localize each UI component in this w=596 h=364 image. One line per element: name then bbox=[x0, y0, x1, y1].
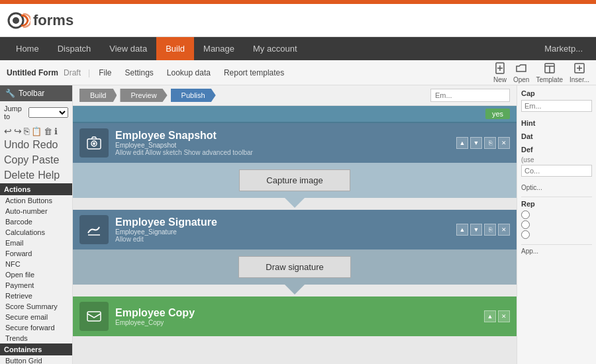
copy-info: Employee Copy Employee_Copy bbox=[115, 307, 477, 326]
sidebar-nfc[interactable]: NFC bbox=[0, 259, 72, 269]
nav-dispatch[interactable]: Dispatch bbox=[48, 37, 101, 60]
nav-bar: Home Dispatch View data Build Manage My … bbox=[0, 37, 596, 60]
jump-to-area: Jump to bbox=[0, 101, 72, 124]
signature-title: Employee Signature bbox=[115, 216, 450, 228]
signature-delete[interactable]: ✕ bbox=[498, 224, 510, 236]
copy-icon bbox=[79, 302, 109, 331]
capture-image-button[interactable]: Capture image bbox=[239, 169, 350, 191]
dataname-section: Dat bbox=[521, 132, 592, 140]
caption-input[interactable] bbox=[521, 100, 592, 112]
actions-section-header: Actions bbox=[0, 183, 72, 195]
open-button[interactable]: Open bbox=[513, 62, 529, 83]
logo-bar: forms bbox=[0, 4, 596, 37]
secondary-icons: New Open Template Inser... bbox=[493, 62, 589, 83]
tab-build[interactable]: Build bbox=[79, 89, 117, 102]
form-canvas: yes Employee Snapshot Empl bbox=[73, 106, 517, 364]
nav-manage[interactable]: Manage bbox=[194, 37, 244, 60]
nav-marketplace[interactable]: Marketp... bbox=[538, 44, 589, 54]
signature-links[interactable]: Allow edit bbox=[115, 236, 450, 243]
snapshot-delete[interactable]: ✕ bbox=[498, 137, 510, 149]
delete-btn[interactable]: 🗑 bbox=[44, 126, 52, 136]
undo-btn[interactable]: ↩ bbox=[4, 126, 12, 136]
logo-text: forms bbox=[33, 12, 74, 29]
snapshot-copy[interactable]: ⎘ bbox=[484, 137, 496, 149]
default-input[interactable] bbox=[521, 165, 592, 177]
sidebar-barcode[interactable]: Barcode bbox=[0, 216, 72, 227]
nav-home[interactable]: Home bbox=[7, 37, 48, 60]
logo: forms bbox=[7, 9, 74, 32]
nav-build[interactable]: Build bbox=[156, 37, 194, 60]
copy-label: Copy bbox=[4, 154, 28, 166]
redo-label: Redo bbox=[32, 139, 58, 151]
yes-indicator-bar: yes bbox=[73, 106, 517, 123]
help-label: Help bbox=[38, 169, 60, 181]
snapshot-body: Capture image bbox=[73, 163, 517, 198]
nav-viewdata[interactable]: View data bbox=[100, 37, 156, 60]
redo-btn[interactable]: ↪ bbox=[14, 126, 22, 136]
copy-up[interactable]: ▲ bbox=[484, 310, 496, 322]
signature-up[interactable]: ▲ bbox=[456, 224, 468, 236]
tab-publish[interactable]: Publish bbox=[171, 89, 216, 102]
secondary-settings[interactable]: Settings bbox=[118, 68, 160, 77]
sidebar-retrieve[interactable]: Retrieve bbox=[0, 291, 72, 301]
main-area: 🔧 Toolbar Jump to ↩ ↪ ⎘ 📋 🗑 ℹ Undo Redo … bbox=[0, 85, 596, 364]
doforms-logo-icon bbox=[7, 9, 30, 32]
secondary-file[interactable]: File bbox=[92, 68, 118, 77]
snapshot-icon bbox=[79, 128, 109, 158]
secondary-lookup[interactable]: Lookup data bbox=[160, 68, 217, 77]
secondary-report[interactable]: Report templates bbox=[217, 68, 291, 77]
signature-subtitle: Employee_Signature bbox=[115, 228, 450, 236]
snapshot-info: Employee Snapshot Employee_Snapshot Allo… bbox=[115, 130, 450, 156]
build-tabs: Build Preview Publish bbox=[73, 85, 517, 106]
signature-copy[interactable]: ⎘ bbox=[484, 224, 496, 236]
snapshot-controls: ▲ ▼ ⎘ ✕ bbox=[456, 137, 510, 149]
form-title: Untitled Form bbox=[7, 68, 58, 77]
sidebar-trends[interactable]: Trends bbox=[0, 333, 72, 343]
signature-info: Employee Signature Employee_Signature Al… bbox=[115, 216, 450, 243]
sidebar-forward[interactable]: Forward bbox=[0, 248, 72, 259]
paste-btn[interactable]: 📋 bbox=[31, 126, 42, 136]
options-section: Optic... bbox=[521, 184, 592, 191]
signature-down[interactable]: ▼ bbox=[470, 224, 482, 236]
sidebar-auto-number[interactable]: Auto-number bbox=[0, 206, 72, 216]
sidebar-secure-forward[interactable]: Secure forward bbox=[0, 322, 72, 333]
apply-label: App... bbox=[521, 248, 592, 255]
report-label: Rep bbox=[521, 200, 592, 208]
new-button[interactable]: New bbox=[493, 62, 507, 83]
copy-delete[interactable]: ✕ bbox=[498, 310, 510, 322]
sidebar-payment[interactable]: Payment bbox=[0, 280, 72, 291]
sidebar-action-buttons[interactable]: Action Buttons bbox=[0, 195, 72, 206]
sidebar-open-file[interactable]: Open file bbox=[0, 269, 72, 280]
snapshot-down[interactable]: ▼ bbox=[470, 137, 482, 149]
snapshot-up[interactable]: ▲ bbox=[456, 137, 468, 149]
snapshot-links[interactable]: Allow edit Allow sketch Show advanced to… bbox=[115, 149, 450, 156]
search-input[interactable] bbox=[430, 89, 510, 102]
yes-badge: yes bbox=[485, 109, 510, 119]
insert-button[interactable]: Inser... bbox=[570, 62, 589, 83]
signature-header: Employee Signature Employee_Signature Al… bbox=[73, 210, 517, 250]
copy-btn[interactable]: ⎘ bbox=[24, 126, 29, 136]
nav-myaccount[interactable]: My account bbox=[244, 37, 306, 60]
copy-title: Employee Copy bbox=[115, 307, 477, 319]
sidebar-score-summary[interactable]: Score Summary bbox=[0, 301, 72, 312]
sidebar-email[interactable]: Email bbox=[0, 238, 72, 248]
template-button[interactable]: Template bbox=[536, 62, 563, 83]
draw-signature-button[interactable]: Draw signature bbox=[238, 256, 350, 278]
svg-point-1 bbox=[13, 17, 19, 24]
snapshot-header: Employee Snapshot Employee_Snapshot Allo… bbox=[73, 123, 517, 163]
help-btn[interactable]: ℹ bbox=[54, 126, 58, 136]
hint-section: Hint bbox=[521, 119, 592, 127]
radio-group bbox=[521, 210, 592, 239]
report-section: Rep bbox=[521, 200, 592, 239]
tab-preview[interactable]: Preview bbox=[120, 89, 167, 102]
sidebar-calculations[interactable]: Calculations bbox=[0, 227, 72, 238]
options-label: Optic... bbox=[521, 184, 592, 191]
radio-option-2[interactable] bbox=[521, 220, 592, 229]
radio-option-1[interactable] bbox=[521, 210, 592, 219]
toolbar-undo-area: ↩ ↪ ⎘ 📋 🗑 ℹ Undo Redo Copy Paste Delete … bbox=[0, 124, 72, 183]
sidebar-button-grid[interactable]: Button Grid bbox=[0, 355, 72, 364]
sidebar-secure-email[interactable]: Secure email bbox=[0, 312, 72, 322]
hint-label: Hint bbox=[521, 119, 592, 127]
radio-option-3[interactable] bbox=[521, 230, 592, 239]
jump-to-select[interactable] bbox=[28, 107, 68, 118]
